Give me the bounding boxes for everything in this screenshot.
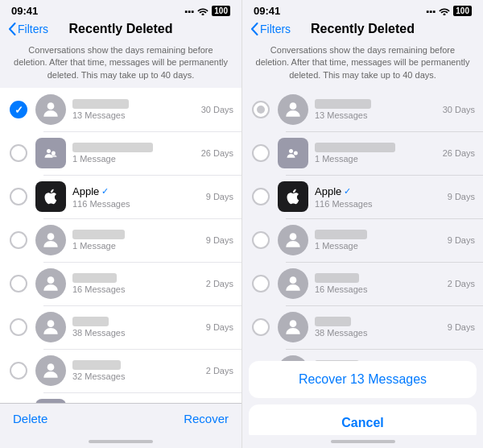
check-circle-0-left[interactable] xyxy=(10,101,27,118)
checkbox-4-right[interactable] xyxy=(250,275,271,292)
message-count-1-left: 1 Message xyxy=(72,154,201,164)
right-panel: 09:41 ▪▪▪ 100 Filters Recently Deleted C… xyxy=(242,0,483,448)
check-circle-4-right[interactable] xyxy=(252,275,270,292)
recover-13-button[interactable]: Recover 13 Messages xyxy=(249,361,477,398)
message-count-4-left: 16 Messages xyxy=(72,284,206,294)
message-count-0-right: 13 Messages xyxy=(315,110,443,120)
table-row[interactable]: Apple ✓ 116 Messages 9 Days xyxy=(0,175,242,218)
checkbox-4-left[interactable] xyxy=(8,275,29,292)
message-days-4-left: 2 Days xyxy=(206,279,233,288)
battery-right: 100 xyxy=(453,6,472,16)
message-name-2-right: Apple ✓ xyxy=(315,185,448,197)
avatar-1-left xyxy=(35,138,66,168)
wifi-icon-right xyxy=(439,6,450,15)
message-info-0-right: 13 Messages xyxy=(315,99,443,120)
table-row[interactable]: 1 Message 26 Days xyxy=(0,131,242,175)
message-name-4-right xyxy=(315,273,448,283)
delete-button-left[interactable]: Delete xyxy=(13,412,47,425)
message-days-2-left: 9 Days xyxy=(206,192,233,201)
checkbox-2-right[interactable] xyxy=(250,188,271,205)
svg-point-9 xyxy=(290,103,297,110)
message-days-5-right: 9 Days xyxy=(448,322,475,332)
nav-bar-left: Filters Recently Deleted xyxy=(0,19,242,41)
avatar-5-right xyxy=(278,312,308,342)
message-days-4-right: 2 Days xyxy=(448,279,475,288)
checkbox-5-right[interactable] xyxy=(250,318,271,336)
check-circle-5-right[interactable] xyxy=(252,318,270,336)
message-name-2-left: Apple ✓ xyxy=(72,185,206,197)
table-row[interactable]: 13 Messages 30 Days xyxy=(242,88,483,131)
checkbox-5-left[interactable] xyxy=(8,318,29,336)
message-count-2-right: 116 Messages xyxy=(315,199,448,209)
message-days-3-right: 9 Days xyxy=(448,235,475,245)
message-info-2-right: Apple ✓ 116 Messages xyxy=(315,185,448,209)
message-info-4-left: 16 Messages xyxy=(72,273,206,294)
check-circle-4-left[interactable] xyxy=(10,275,27,292)
check-circle-0-right[interactable] xyxy=(252,101,270,118)
avatar-3-left xyxy=(35,225,66,255)
checkbox-2-left[interactable] xyxy=(8,188,29,205)
status-icons-left: ▪▪▪ 100 xyxy=(185,6,230,16)
table-row[interactable]: 38 Messages 9 Days xyxy=(242,305,483,349)
table-row[interactable]: 16 Messages 2 Days xyxy=(242,262,483,305)
table-row[interactable]: 13 Messages 30 Days xyxy=(0,88,242,131)
check-circle-2-right[interactable] xyxy=(252,188,270,205)
avatar-6-left xyxy=(35,355,66,386)
checkbox-0-left[interactable] xyxy=(8,101,29,118)
table-row[interactable]: Apple ✓ 116 Messages 9 Days xyxy=(242,175,483,218)
checkbox-1-left[interactable] xyxy=(8,144,29,162)
svg-point-4 xyxy=(47,277,55,284)
svg-point-13 xyxy=(290,277,297,284)
message-days-5-left: 9 Days xyxy=(206,322,233,332)
table-row[interactable]: 1 Message 9 Days xyxy=(0,218,242,262)
svg-point-3 xyxy=(47,234,55,241)
nav-bar-right: Filters Recently Deleted xyxy=(242,19,483,41)
message-count-1-right: 1 Message xyxy=(315,154,443,164)
table-row[interactable]: 1 Message 26 Days xyxy=(242,131,483,175)
checkbox-3-left[interactable] xyxy=(8,231,29,249)
back-label-left: Filters xyxy=(18,23,48,35)
check-circle-3-right[interactable] xyxy=(252,231,270,249)
svg-point-11 xyxy=(294,151,298,156)
recover-button-left[interactable]: Recover xyxy=(184,412,229,425)
back-label-right: Filters xyxy=(260,23,291,35)
check-circle-1-left[interactable] xyxy=(10,144,27,162)
message-info-2-left: Apple ✓ 116 Messages xyxy=(72,185,206,209)
home-indicator-left xyxy=(0,435,242,448)
check-circle-3-left[interactable] xyxy=(10,231,27,249)
home-indicator-right xyxy=(242,435,483,448)
check-circle-1-right[interactable] xyxy=(252,144,270,162)
message-count-4-right: 16 Messages xyxy=(315,284,448,294)
subtitle-left: Conversations show the days remaining be… xyxy=(0,41,242,88)
table-row[interactable]: 38 Messages 9 Days xyxy=(0,305,242,349)
back-button-right[interactable]: Filters xyxy=(250,23,291,35)
check-circle-6-left[interactable] xyxy=(10,362,27,380)
check-circle-5-left[interactable] xyxy=(10,318,27,336)
table-row[interactable]: 32 Messages 2 Days xyxy=(0,349,242,392)
message-name-5-left xyxy=(72,317,206,326)
message-info-4-right: 16 Messages xyxy=(315,273,448,294)
avatar-0-left xyxy=(35,94,66,125)
check-circle-2-left[interactable] xyxy=(10,188,27,205)
avatar-5-left xyxy=(35,312,66,342)
table-row[interactable]: 1 Message 5 Days xyxy=(0,392,242,403)
checkbox-0-right[interactable] xyxy=(250,101,271,118)
checkbox-1-right[interactable] xyxy=(250,144,271,162)
page-title-left: Recently Deleted xyxy=(69,22,173,36)
time-left: 09:41 xyxy=(11,5,38,17)
message-days-2-right: 9 Days xyxy=(448,192,475,201)
bottom-toolbar-left: Delete Recover xyxy=(0,403,242,435)
messages-list-left: 13 Messages 30 Days 1 Message 26 Days xyxy=(0,88,242,403)
message-name-5-right xyxy=(315,317,448,326)
table-row[interactable]: 1 Message 9 Days xyxy=(242,218,483,262)
subtitle-right: Conversations show the days remaining be… xyxy=(242,41,483,88)
back-button-left[interactable]: Filters xyxy=(8,23,48,35)
table-row[interactable]: 16 Messages 2 Days xyxy=(0,262,242,305)
checkbox-6-left[interactable] xyxy=(8,362,29,380)
checkbox-3-right[interactable] xyxy=(250,231,271,249)
message-info-1-left: 1 Message xyxy=(72,143,201,164)
battery-left: 100 xyxy=(212,6,230,16)
status-bar-right: 09:41 ▪▪▪ 100 xyxy=(242,0,483,19)
message-count-3-left: 1 Message xyxy=(72,241,206,251)
avatar-7-left xyxy=(35,399,66,403)
